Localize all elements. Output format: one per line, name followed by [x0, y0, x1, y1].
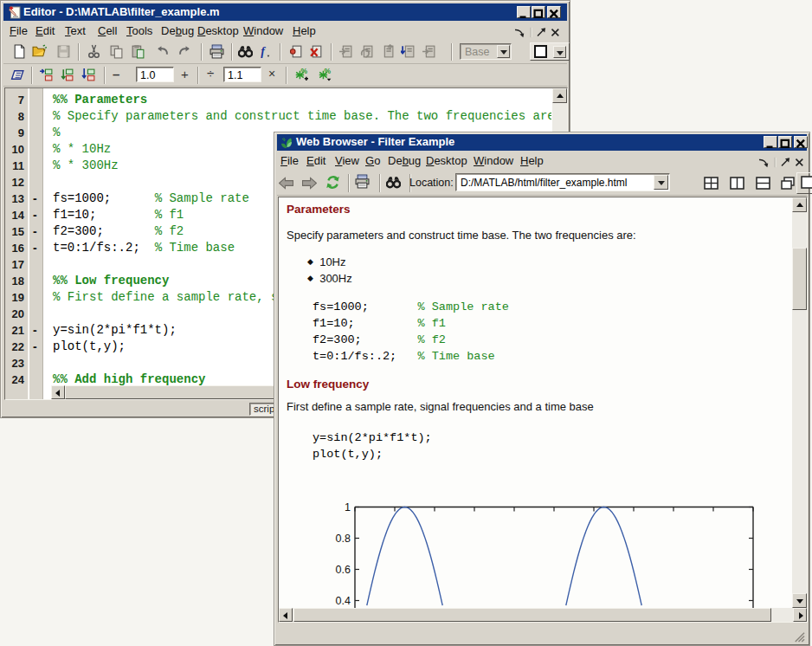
svg-text:0.8: 0.8: [336, 533, 351, 545]
svg-text:f: f: [261, 45, 266, 58]
svg-text:%: %: [325, 68, 332, 75]
svg-text:1: 1: [345, 501, 351, 514]
svg-text:%: %: [301, 68, 308, 75]
svg-text:0.6: 0.6: [336, 564, 351, 576]
svg-text:0.4: 0.4: [336, 595, 351, 607]
